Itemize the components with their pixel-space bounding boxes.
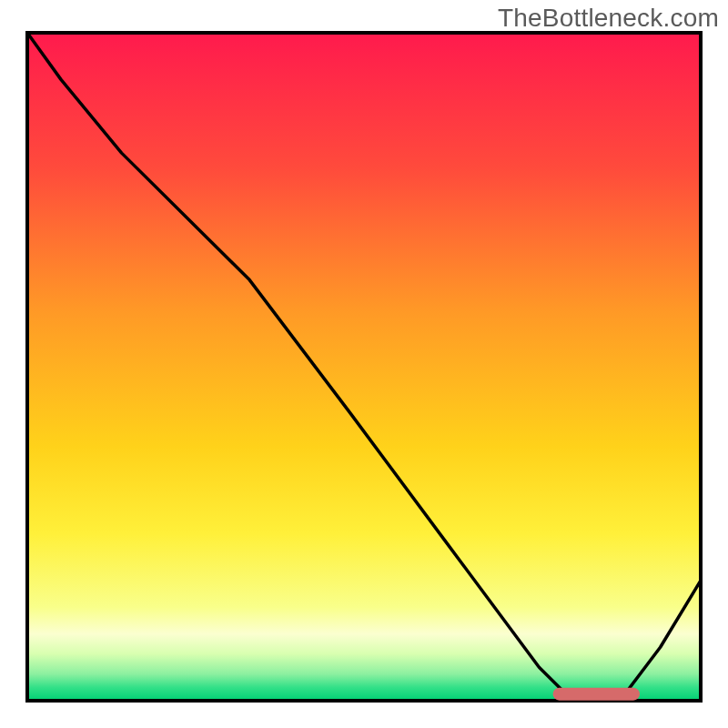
chart-svg: [0, 0, 728, 728]
chart-frame: TheBottleneck.com: [0, 0, 728, 728]
plot-background: [27, 33, 701, 701]
